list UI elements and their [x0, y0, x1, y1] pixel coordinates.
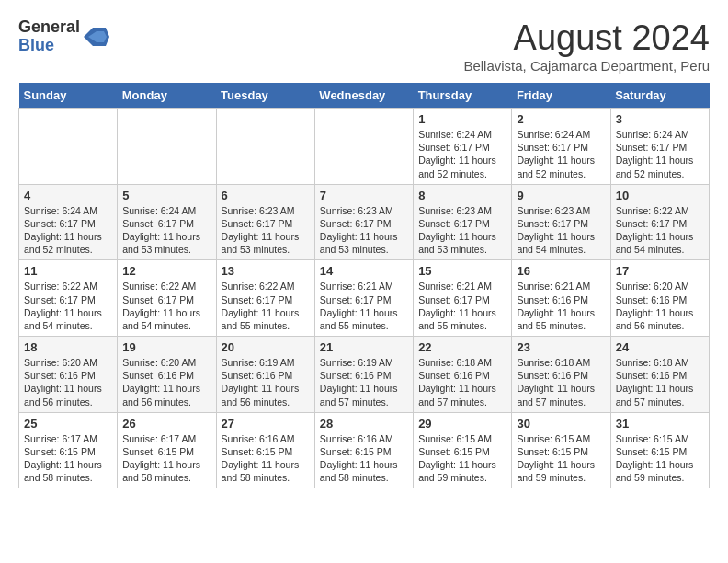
- day-number: 11: [24, 264, 112, 278]
- header-day-monday: Monday: [118, 83, 216, 109]
- calendar-cell: 2Sunrise: 6:24 AM Sunset: 6:17 PM Daylig…: [512, 109, 610, 185]
- day-number: 25: [24, 417, 112, 431]
- day-info: Sunrise: 6:24 AM Sunset: 6:17 PM Dayligh…: [517, 128, 605, 180]
- day-number: 17: [616, 264, 704, 278]
- day-number: 18: [24, 340, 112, 354]
- calendar-cell: 19Sunrise: 6:20 AM Sunset: 6:16 PM Dayli…: [118, 337, 216, 413]
- day-number: 31: [616, 417, 704, 431]
- calendar-cell: 23Sunrise: 6:18 AM Sunset: 6:16 PM Dayli…: [512, 337, 610, 413]
- day-number: 7: [320, 189, 408, 202]
- calendar-table: SundayMondayTuesdayWednesdayThursdayFrid…: [18, 83, 710, 488]
- day-number: 19: [122, 340, 210, 354]
- day-number: 2: [517, 112, 605, 126]
- calendar-cell: 1Sunrise: 6:24 AM Sunset: 6:17 PM Daylig…: [414, 109, 512, 185]
- day-number: 30: [517, 417, 605, 431]
- day-info: Sunrise: 6:22 AM Sunset: 6:17 PM Dayligh…: [24, 280, 112, 332]
- day-info: Sunrise: 6:17 AM Sunset: 6:15 PM Dayligh…: [122, 432, 210, 485]
- day-info: Sunrise: 6:23 AM Sunset: 6:17 PM Dayligh…: [320, 204, 408, 257]
- day-info: Sunrise: 6:16 AM Sunset: 6:15 PM Dayligh…: [320, 432, 408, 485]
- day-number: 16: [517, 264, 605, 278]
- calendar-cell: 20Sunrise: 6:19 AM Sunset: 6:16 PM Dayli…: [216, 337, 314, 413]
- day-number: 24: [616, 340, 704, 354]
- calendar-cell: 18Sunrise: 6:20 AM Sunset: 6:16 PM Dayli…: [19, 337, 118, 413]
- day-info: Sunrise: 6:24 AM Sunset: 6:17 PM Dayligh…: [24, 204, 112, 257]
- title-section: August 2024 Bellavista, Cajamarca Depart…: [463, 18, 710, 74]
- calendar-cell: 8Sunrise: 6:23 AM Sunset: 6:17 PM Daylig…: [414, 184, 512, 260]
- day-number: 3: [616, 112, 704, 126]
- day-info: Sunrise: 6:21 AM Sunset: 6:16 PM Dayligh…: [517, 280, 605, 332]
- day-number: 9: [517, 189, 605, 202]
- calendar-cell: 9Sunrise: 6:23 AM Sunset: 6:17 PM Daylig…: [512, 184, 610, 260]
- calendar-cell: 5Sunrise: 6:24 AM Sunset: 6:17 PM Daylig…: [118, 184, 216, 260]
- day-info: Sunrise: 6:15 AM Sunset: 6:15 PM Dayligh…: [418, 432, 506, 485]
- header-row: SundayMondayTuesdayWednesdayThursdayFrid…: [19, 83, 710, 109]
- day-info: Sunrise: 6:15 AM Sunset: 6:15 PM Dayligh…: [616, 432, 704, 485]
- day-info: Sunrise: 6:16 AM Sunset: 6:15 PM Dayligh…: [222, 432, 310, 485]
- location-subtitle: Bellavista, Cajamarca Department, Peru: [463, 58, 710, 74]
- day-number: 12: [122, 264, 210, 278]
- calendar-cell: 24Sunrise: 6:18 AM Sunset: 6:16 PM Dayli…: [610, 337, 709, 413]
- header-day-sunday: Sunday: [19, 83, 118, 109]
- week-row-4: 25Sunrise: 6:17 AM Sunset: 6:15 PM Dayli…: [19, 412, 710, 488]
- day-number: 1: [418, 112, 506, 126]
- week-row-3: 18Sunrise: 6:20 AM Sunset: 6:16 PM Dayli…: [19, 337, 710, 413]
- header-day-wednesday: Wednesday: [314, 83, 413, 109]
- calendar-cell: 7Sunrise: 6:23 AM Sunset: 6:17 PM Daylig…: [314, 184, 413, 260]
- day-info: Sunrise: 6:22 AM Sunset: 6:17 PM Dayligh…: [122, 280, 210, 332]
- page-header: General Blue August 2024 Bellavista, Caj…: [18, 18, 710, 74]
- logo-general-text: General: [18, 18, 80, 37]
- day-info: Sunrise: 6:23 AM Sunset: 6:17 PM Dayligh…: [517, 204, 605, 257]
- day-number: 13: [222, 264, 310, 278]
- calendar-cell: 27Sunrise: 6:16 AM Sunset: 6:15 PM Dayli…: [216, 412, 314, 488]
- day-info: Sunrise: 6:18 AM Sunset: 6:16 PM Dayligh…: [517, 356, 605, 408]
- calendar-cell: 17Sunrise: 6:20 AM Sunset: 6:16 PM Dayli…: [610, 260, 709, 337]
- calendar-cell: 29Sunrise: 6:15 AM Sunset: 6:15 PM Dayli…: [414, 412, 512, 488]
- calendar-cell: [216, 109, 314, 185]
- calendar-cell: 4Sunrise: 6:24 AM Sunset: 6:17 PM Daylig…: [19, 184, 118, 260]
- day-number: 15: [418, 264, 506, 278]
- logo-icon: [84, 24, 109, 50]
- day-number: 27: [222, 417, 310, 431]
- week-row-2: 11Sunrise: 6:22 AM Sunset: 6:17 PM Dayli…: [19, 260, 710, 337]
- calendar-cell: 13Sunrise: 6:22 AM Sunset: 6:17 PM Dayli…: [216, 260, 314, 337]
- calendar-cell: 30Sunrise: 6:15 AM Sunset: 6:15 PM Dayli…: [512, 412, 610, 488]
- calendar-cell: 31Sunrise: 6:15 AM Sunset: 6:15 PM Dayli…: [610, 412, 709, 488]
- day-info: Sunrise: 6:19 AM Sunset: 6:16 PM Dayligh…: [222, 356, 310, 408]
- day-info: Sunrise: 6:19 AM Sunset: 6:16 PM Dayligh…: [320, 356, 408, 408]
- day-info: Sunrise: 6:24 AM Sunset: 6:17 PM Dayligh…: [122, 204, 210, 257]
- day-info: Sunrise: 6:23 AM Sunset: 6:17 PM Dayligh…: [222, 204, 310, 257]
- calendar-body: 1Sunrise: 6:24 AM Sunset: 6:17 PM Daylig…: [19, 109, 710, 488]
- calendar-cell: 14Sunrise: 6:21 AM Sunset: 6:17 PM Dayli…: [314, 260, 413, 337]
- week-row-1: 4Sunrise: 6:24 AM Sunset: 6:17 PM Daylig…: [19, 184, 710, 260]
- calendar-cell: [314, 109, 413, 185]
- calendar-cell: 26Sunrise: 6:17 AM Sunset: 6:15 PM Dayli…: [118, 412, 216, 488]
- day-info: Sunrise: 6:15 AM Sunset: 6:15 PM Dayligh…: [517, 432, 605, 485]
- day-number: 22: [418, 340, 506, 354]
- header-day-friday: Friday: [512, 83, 610, 109]
- day-info: Sunrise: 6:24 AM Sunset: 6:17 PM Dayligh…: [616, 128, 704, 180]
- logo: General Blue: [18, 18, 109, 55]
- day-number: 10: [616, 189, 704, 202]
- header-day-tuesday: Tuesday: [216, 83, 314, 109]
- calendar-cell: 25Sunrise: 6:17 AM Sunset: 6:15 PM Dayli…: [19, 412, 118, 488]
- day-info: Sunrise: 6:20 AM Sunset: 6:16 PM Dayligh…: [616, 280, 704, 332]
- calendar-cell: 21Sunrise: 6:19 AM Sunset: 6:16 PM Dayli…: [314, 337, 413, 413]
- calendar-cell: 12Sunrise: 6:22 AM Sunset: 6:17 PM Dayli…: [118, 260, 216, 337]
- day-number: 14: [320, 264, 408, 278]
- day-number: 26: [122, 417, 210, 431]
- day-info: Sunrise: 6:21 AM Sunset: 6:17 PM Dayligh…: [418, 280, 506, 332]
- day-info: Sunrise: 6:18 AM Sunset: 6:16 PM Dayligh…: [418, 356, 506, 408]
- calendar-cell: 6Sunrise: 6:23 AM Sunset: 6:17 PM Daylig…: [216, 184, 314, 260]
- day-info: Sunrise: 6:23 AM Sunset: 6:17 PM Dayligh…: [418, 204, 506, 257]
- day-info: Sunrise: 6:20 AM Sunset: 6:16 PM Dayligh…: [122, 356, 210, 408]
- calendar-cell: [19, 109, 118, 185]
- day-number: 8: [418, 189, 506, 202]
- calendar-cell: 28Sunrise: 6:16 AM Sunset: 6:15 PM Dayli…: [314, 412, 413, 488]
- calendar-cell: 11Sunrise: 6:22 AM Sunset: 6:17 PM Dayli…: [19, 260, 118, 337]
- week-row-0: 1Sunrise: 6:24 AM Sunset: 6:17 PM Daylig…: [19, 109, 710, 185]
- day-number: 29: [418, 417, 506, 431]
- calendar-cell: [118, 109, 216, 185]
- header-day-thursday: Thursday: [414, 83, 512, 109]
- calendar-cell: 16Sunrise: 6:21 AM Sunset: 6:16 PM Dayli…: [512, 260, 610, 337]
- calendar-cell: 22Sunrise: 6:18 AM Sunset: 6:16 PM Dayli…: [414, 337, 512, 413]
